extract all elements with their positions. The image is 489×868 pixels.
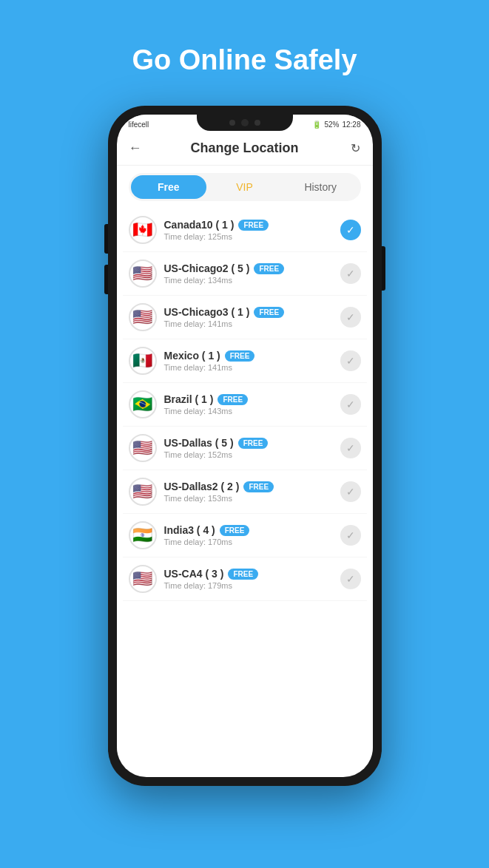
server-list: 🇨🇦 Canada10 ( 1 ) FREE Time delay: 125ms…: [117, 208, 373, 777]
server-name-row: US-Dallas2 ( 2 ) FREE: [164, 481, 340, 492]
server-name: US-Chicago2 ( 5 ): [164, 262, 250, 274]
server-item[interactable]: 🇺🇸 US-Dallas ( 5 ) FREE Time delay: 152m…: [123, 427, 367, 470]
battery-icon: 🔋: [312, 121, 321, 129]
server-name-row: Mexico ( 1 ) FREE: [164, 350, 340, 362]
check-icon: ✓: [340, 438, 361, 458]
server-name: US-Dallas ( 5 ): [164, 437, 234, 449]
flag-icon: 🇺🇸: [129, 303, 157, 331]
free-badge: FREE: [254, 263, 284, 274]
free-badge: FREE: [220, 525, 250, 536]
flag-icon: 🇧🇷: [129, 390, 157, 418]
volume-up-button: [104, 224, 108, 254]
server-name-row: Canada10 ( 1 ) FREE: [164, 219, 340, 231]
server-item[interactable]: 🇨🇦 Canada10 ( 1 ) FREE Time delay: 125ms…: [123, 208, 367, 252]
flag-icon: 🇺🇸: [129, 478, 157, 506]
time-delay: Time delay: 179ms: [164, 581, 340, 590]
flag-icon: 🇺🇸: [129, 260, 157, 288]
check-icon: ✓: [340, 569, 361, 589]
server-name-row: US-CA4 ( 3 ) FREE: [164, 568, 340, 580]
server-info: US-Dallas ( 5 ) FREE Time delay: 152ms: [164, 437, 340, 459]
free-badge: FREE: [238, 220, 269, 231]
notch-camera: [241, 119, 249, 126]
server-info: India3 ( 4 ) FREE Time delay: 170ms: [164, 524, 340, 546]
phone-screen: lifecell 🔋 52% 12:28 ← Change Location ↻…: [117, 115, 373, 777]
phone-frame: lifecell 🔋 52% 12:28 ← Change Location ↻…: [108, 106, 382, 786]
phone-notch: [197, 115, 293, 131]
server-item[interactable]: 🇺🇸 US-Chicago3 ( 1 ) FREE Time delay: 14…: [123, 296, 367, 339]
server-info: Brazil ( 1 ) FREE Time delay: 143ms: [164, 393, 340, 416]
time-delay: Time delay: 141ms: [164, 363, 340, 372]
page-title: Change Location: [190, 140, 298, 156]
free-badge: FREE: [225, 350, 255, 362]
flag-icon: 🇺🇸: [129, 434, 157, 462]
back-button[interactable]: ←: [129, 140, 151, 156]
tab-vip[interactable]: VIP: [206, 175, 283, 199]
check-icon: ✓: [340, 525, 361, 546]
server-name: US-CA4 ( 3 ): [164, 568, 224, 580]
server-name-row: Brazil ( 1 ) FREE: [164, 393, 340, 405]
server-info: US-CA4 ( 3 ) FREE Time delay: 179ms: [164, 568, 340, 590]
server-name-row: US-Dallas ( 5 ) FREE: [164, 437, 340, 449]
server-name-row: US-Chicago3 ( 1 ) FREE: [164, 306, 340, 318]
server-name: Mexico ( 1 ): [164, 350, 220, 362]
page-headline: Go Online Safely: [132, 44, 357, 76]
server-info: Canada10 ( 1 ) FREE Time delay: 125ms: [164, 219, 340, 241]
refresh-button[interactable]: ↻: [338, 141, 360, 155]
flag-icon: 🇲🇽: [129, 347, 157, 375]
free-badge: FREE: [228, 569, 258, 580]
server-name: Canada10 ( 1 ): [164, 219, 235, 231]
time-delay: Time delay: 134ms: [164, 276, 340, 285]
flag-icon: 🇺🇸: [129, 565, 157, 593]
server-item[interactable]: 🇺🇸 US-CA4 ( 3 ) FREE Time delay: 179ms ✓: [123, 557, 367, 601]
check-icon: ✓: [340, 350, 361, 371]
time-delay: Time delay: 141ms: [164, 319, 340, 328]
notch-dot-2: [254, 120, 260, 126]
clock: 12:28: [342, 121, 360, 129]
free-badge: FREE: [238, 438, 269, 449]
check-icon: ✓: [340, 307, 361, 328]
server-name-row: US-Chicago2 ( 5 ) FREE: [164, 262, 340, 274]
time-delay: Time delay: 170ms: [164, 538, 340, 546]
server-name: India3 ( 4 ): [164, 524, 215, 536]
flag-icon: 🇨🇦: [129, 216, 157, 244]
carrier-text: lifecell: [129, 121, 149, 129]
time-delay: Time delay: 143ms: [164, 407, 340, 416]
battery-percent: 52%: [324, 121, 339, 129]
server-name: US-Chicago3 ( 1 ): [164, 306, 250, 318]
free-badge: FREE: [254, 307, 284, 318]
time-delay: Time delay: 125ms: [164, 232, 340, 241]
server-info: US-Chicago3 ( 1 ) FREE Time delay: 141ms: [164, 306, 340, 328]
server-info: US-Dallas2 ( 2 ) FREE Time delay: 153ms: [164, 481, 340, 503]
status-right: 🔋 52% 12:28: [312, 121, 360, 129]
check-icon: ✓: [340, 263, 361, 284]
server-item[interactable]: 🇺🇸 US-Dallas2 ( 2 ) FREE Time delay: 153…: [123, 470, 367, 514]
server-info: Mexico ( 1 ) FREE Time delay: 141ms: [164, 350, 340, 372]
notch-dot-1: [229, 120, 235, 126]
free-badge: FREE: [217, 394, 248, 405]
app-header: ← Change Location ↻: [117, 132, 373, 166]
time-delay: Time delay: 153ms: [164, 494, 340, 503]
check-icon: ✓: [340, 481, 361, 502]
check-icon: ✓: [340, 394, 361, 415]
time-delay: Time delay: 152ms: [164, 450, 340, 459]
tab-free[interactable]: Free: [131, 175, 207, 199]
free-badge: FREE: [243, 481, 274, 492]
check-icon: ✓: [340, 220, 361, 240]
tab-bar: Free VIP History: [129, 173, 361, 201]
server-item[interactable]: 🇲🇽 Mexico ( 1 ) FREE Time delay: 141ms ✓: [123, 339, 367, 383]
volume-down-button: [104, 265, 108, 294]
server-name: Brazil ( 1 ): [164, 393, 214, 405]
tab-history[interactable]: History: [283, 175, 359, 199]
flag-icon: 🇮🇳: [129, 521, 157, 549]
server-item[interactable]: 🇺🇸 US-Chicago2 ( 5 ) FREE Time delay: 13…: [123, 252, 367, 296]
server-item[interactable]: 🇮🇳 India3 ( 4 ) FREE Time delay: 170ms ✓: [123, 514, 367, 557]
power-button: [382, 246, 385, 291]
server-info: US-Chicago2 ( 5 ) FREE Time delay: 134ms: [164, 262, 340, 285]
server-name: US-Dallas2 ( 2 ): [164, 481, 240, 492]
server-name-row: India3 ( 4 ) FREE: [164, 524, 340, 536]
server-item[interactable]: 🇧🇷 Brazil ( 1 ) FREE Time delay: 143ms ✓: [123, 383, 367, 427]
